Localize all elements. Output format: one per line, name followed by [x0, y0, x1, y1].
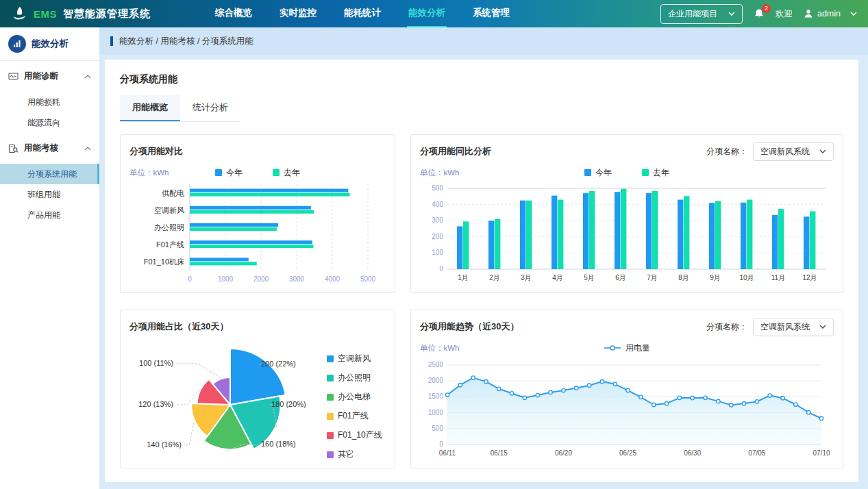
panel-energy-trend: 分项用能趋势（近30天） 分项名称： 空调新风系统 单位：kWh 用电量 — [410, 310, 843, 468]
legend-item[interactable]: F01产线 — [327, 410, 382, 422]
legend-label: F01产线 — [338, 410, 369, 422]
chevron-down-icon — [850, 12, 857, 16]
svg-text:5000: 5000 — [360, 275, 376, 283]
sidebar-item-team-energy[interactable]: 班组用能 — [0, 184, 99, 205]
svg-text:140 (16%): 140 (16%) — [147, 440, 182, 449]
breadcrumb-bar: 能效分析 / 用能考核 / 分项系统用能 — [99, 27, 868, 55]
svg-text:办公照明: 办公照明 — [154, 223, 184, 231]
panel-title: 分项用能同比分析 — [420, 145, 491, 158]
legend-swatch — [273, 169, 280, 176]
panel-header: 分项用能趋势（近30天） 分项名称： 空调新风系统 — [420, 318, 834, 335]
panel-title: 分项用能对比 — [129, 145, 183, 158]
nav-item-efficiency-analysis[interactable]: 能效分析 — [407, 0, 447, 27]
energy-share-pie-chart: 200 (22%)180 (20%)160 (18%)140 (16%)120 … — [129, 336, 327, 473]
sidebar-item-energy-loss[interactable]: 用能损耗 — [0, 92, 99, 112]
svg-text:空调新风: 空调新风 — [154, 206, 184, 214]
line-chart-svg: 0500100015002000250006/1106/1506/2006/25… — [420, 357, 831, 460]
legend-swatch — [327, 432, 334, 439]
svg-text:F01_10机床: F01_10机床 — [144, 258, 184, 266]
svg-text:500: 500 — [432, 184, 443, 192]
welcome-label: 欢迎 — [776, 8, 793, 20]
sidebar-item-product-energy[interactable]: 产品用能 — [0, 205, 99, 225]
subitem-select[interactable]: 空调新风系统 — [753, 142, 834, 161]
legend-item[interactable]: 今年 — [584, 167, 612, 179]
panel-header: 分项用能对比 — [129, 143, 386, 160]
chart-legend: 今年去年 — [420, 167, 834, 179]
svg-text:200: 200 — [432, 233, 443, 240]
logo-sailboat-icon — [11, 5, 27, 22]
user-menu[interactable]: admin — [804, 9, 857, 18]
legend-label: 办公电梯 — [338, 391, 371, 403]
svg-text:8月: 8月 — [678, 274, 689, 281]
notification-badge: 2 — [762, 4, 771, 13]
legend-swatch — [215, 169, 222, 176]
panel-energy-share: 分项用能占比（近30天） 200 (22%)180 (20%)160 (18%)… — [120, 310, 395, 468]
svg-text:160 (18%): 160 (18%) — [261, 440, 296, 448]
content-card: 分项系统用能 用能概览 统计分析 分项用能对比 单位：kWh 今年去年 0100… — [105, 60, 858, 482]
svg-text:3000: 3000 — [289, 275, 305, 283]
svg-text:2月: 2月 — [489, 274, 500, 281]
svg-text:06/11: 06/11 — [439, 449, 456, 457]
main-content: 分项系统用能 用能概览 统计分析 分项用能对比 单位：kWh 今年去年 0100… — [99, 60, 868, 482]
project-select[interactable]: 企业用能项目 — [660, 4, 743, 24]
nav-item-system-mgmt[interactable]: 系统管理 — [471, 0, 511, 27]
sidebar-item-subsystem-energy[interactable]: 分项系统用能 — [0, 164, 99, 184]
svg-text:2000: 2000 — [428, 377, 444, 384]
panel-title: 分项用能占比（近30天） — [129, 321, 228, 333]
svg-text:180 (20%): 180 (20%) — [271, 400, 306, 408]
legend-swatch — [327, 394, 334, 401]
sidebar-header: 能效分析 — [0, 27, 99, 61]
chart-legend: 用电量 — [420, 342, 834, 354]
tab-energy-overview[interactable]: 用能概览 — [120, 95, 180, 121]
doc-magnifier-icon — [8, 144, 18, 153]
panel-yoy-analysis: 分项用能同比分析 分项名称： 空调新风系统 单位：kWh 今年去年 — [410, 134, 843, 293]
svg-text:07/05: 07/05 — [748, 449, 765, 457]
panel-header: 分项用能同比分析 分项名称： 空调新风系统 — [420, 143, 834, 160]
subitem-select-group: 分项名称： 空调新风系统 — [706, 142, 834, 161]
notification-bell[interactable]: 2 — [754, 8, 765, 19]
nav-menu: 综合概览 实时监控 能耗统计 能效分析 系统管理 — [214, 0, 511, 27]
svg-text:1000: 1000 — [218, 275, 234, 283]
panel-title: 分项用能趋势（近30天） — [420, 321, 519, 333]
sidebar-item-energy-flow[interactable]: 能源流向 — [0, 112, 99, 133]
svg-text:1月: 1月 — [458, 274, 469, 281]
svg-text:1500: 1500 — [428, 392, 444, 400]
chevron-down-icon — [728, 12, 735, 16]
brand: EMS 智慧能源管理系统 — [11, 5, 151, 22]
legend-item[interactable]: 去年 — [273, 167, 300, 179]
svg-text:3月: 3月 — [521, 274, 532, 281]
svg-text:200 (22%): 200 (22%) — [261, 360, 296, 368]
monitor-pulse-icon — [8, 72, 18, 82]
svg-text:10月: 10月 — [739, 274, 754, 281]
legend-item[interactable]: 今年 — [215, 167, 243, 179]
subitem-select[interactable]: 空调新风系统 — [753, 318, 834, 336]
legend-item[interactable]: 办公照明 — [327, 372, 382, 384]
svg-text:4月: 4月 — [552, 274, 563, 281]
sidebar-group-label: 用能诊断 — [24, 71, 58, 82]
svg-text:1000: 1000 — [428, 409, 444, 416]
legend-swatch — [327, 375, 334, 381]
sidebar-group-diagnosis[interactable]: 用能诊断 — [0, 61, 99, 92]
breadcrumb-accent-bar — [110, 36, 113, 46]
legend-item[interactable]: 用电量 — [604, 342, 650, 354]
subitem-select-label: 分项名称： — [706, 321, 747, 333]
legend-item[interactable]: F01_10产线 — [327, 429, 382, 441]
chart-legend: 今年去年 — [129, 167, 386, 179]
legend-swatch — [584, 169, 591, 176]
subitem-select-group: 分项名称： 空调新风系统 — [706, 318, 834, 336]
svg-text:06/15: 06/15 — [491, 449, 508, 457]
legend-item[interactable]: 办公电梯 — [327, 391, 382, 403]
legend-item[interactable]: 去年 — [642, 167, 669, 179]
svg-text:4000: 4000 — [325, 275, 340, 283]
chart-meta: 单位：kWh 用电量 — [420, 342, 834, 354]
legend-item[interactable]: 其它 — [327, 449, 382, 460]
legend-swatch — [327, 413, 334, 420]
sidebar-group-assessment[interactable]: 用能考核 — [0, 133, 99, 164]
legend-item[interactable]: 空调新风 — [327, 353, 382, 364]
chevron-down-icon — [819, 149, 826, 153]
nav-item-realtime-monitor[interactable]: 实时监控 — [278, 0, 318, 27]
nav-item-energy-stats[interactable]: 能耗统计 — [343, 0, 382, 27]
nav-item-overview[interactable]: 综合概览 — [214, 0, 253, 27]
svg-text:2500: 2500 — [428, 361, 444, 368]
tab-statistics[interactable]: 统计分析 — [180, 95, 240, 121]
